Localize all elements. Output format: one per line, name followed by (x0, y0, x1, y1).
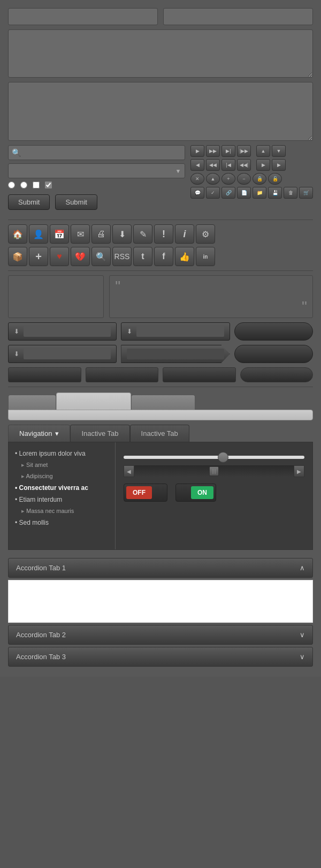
nav-right3-btn[interactable]: ▶ (256, 159, 270, 171)
trash-btn[interactable]: 🗑 (284, 187, 297, 199)
nav-tab-inactive-1[interactable]: Inactive Tab (70, 425, 129, 442)
accordion-tab-1[interactable]: Accordion Tab 1 ∧ (8, 558, 313, 578)
accordion-tab-2[interactable]: Accordion Tab 2 ∨ (8, 625, 313, 645)
add-circle-btn[interactable]: + (221, 173, 235, 185)
info-icon-btn[interactable]: i (175, 224, 194, 244)
cart-btn[interactable]: 🛒 (299, 187, 313, 199)
alert-icon-btn[interactable]: ! (154, 224, 173, 244)
flat-btn-1[interactable] (8, 367, 81, 382)
facebook-icon-btn[interactable]: f (154, 247, 173, 266)
unlock-circle-btn[interactable]: 🔓 (268, 173, 282, 185)
tab-folder-1[interactable] (8, 395, 56, 410)
nav-tab-inactive-2[interactable]: Inactive Tab (130, 425, 189, 442)
up-circle-btn[interactable]: ▲ (206, 173, 220, 185)
archive-icon-btn[interactable]: 📦 (8, 247, 27, 266)
nav-double-left2-btn[interactable]: ◀◀| (237, 159, 251, 171)
tab-folder-3[interactable] (131, 395, 195, 410)
submit-row: Submit Submit (8, 194, 185, 210)
textarea-2[interactable] (8, 82, 313, 141)
nav-double-left-btn[interactable]: ◀◀ (206, 159, 220, 171)
flat-btn-3[interactable] (163, 367, 236, 382)
print-icon-btn[interactable]: 🖨 (91, 224, 111, 244)
nav-left-btn[interactable]: ◀ (190, 159, 204, 171)
edit-icon-btn[interactable]: ✎ (133, 224, 152, 244)
nav-double-right2-btn[interactable]: |▶▶ (237, 145, 251, 157)
pill-btn-2[interactable] (234, 345, 313, 363)
nav-menu-item-6[interactable]: Massa nec mauris (9, 505, 115, 517)
accordion-tab-3[interactable]: Accordion Tab 3 ∨ (8, 647, 313, 667)
text-input-1[interactable] (8, 8, 158, 25)
slider-inner-track[interactable]: ||| (134, 465, 294, 477)
calendar-icon-btn[interactable]: 📅 (50, 224, 69, 244)
slider-thumb-1[interactable] (218, 452, 228, 463)
nav-right4-btn[interactable]: ▶ (272, 159, 286, 171)
pill-btn-1[interactable] (234, 322, 313, 341)
dropdown-select[interactable] (8, 163, 185, 178)
nav-up-btn[interactable]: ▲ (256, 145, 270, 157)
check-btn[interactable]: ✓ (206, 187, 220, 199)
nav-menu-item-7[interactable]: Sed mollis (9, 517, 115, 529)
checkbox-2[interactable] (45, 182, 52, 190)
toggle-on-switch[interactable]: ON (175, 484, 216, 502)
mail-icon-btn[interactable]: ✉ (71, 224, 90, 244)
text-input-2[interactable] (163, 8, 313, 25)
lock-circle-btn[interactable]: 🔒 (253, 173, 266, 185)
radio-input-2[interactable] (20, 182, 27, 188)
radio-2[interactable] (20, 182, 27, 190)
save-btn[interactable]: 💾 (268, 187, 282, 199)
checkbox-1[interactable] (33, 182, 40, 190)
checkbox-input-2[interactable] (45, 182, 52, 188)
checkbox-input-1[interactable] (33, 182, 40, 188)
slider-track-1[interactable] (124, 456, 304, 459)
brokenheart-icon-btn[interactable]: 💔 (71, 247, 90, 266)
nav-menu-item-5[interactable]: Etiam interdum (9, 494, 115, 505)
user-icon-btn[interactable]: 👤 (29, 224, 48, 244)
toggle-off-switch[interactable]: OFF (124, 484, 167, 502)
slider-left-arrow[interactable]: ◀ (124, 465, 134, 477)
submit-button-1[interactable]: Submit (8, 194, 50, 210)
nav-tab-navigation[interactable]: Navigation ▾ (8, 425, 70, 442)
chevron-btn[interactable] (121, 345, 230, 363)
nav-menu-item-3[interactable]: Adipiscing (9, 471, 115, 482)
submit-button-2[interactable]: Submit (55, 194, 97, 210)
heart-icon-btn[interactable]: ♥ (50, 247, 69, 266)
controls-main: 🔍 ▼ (8, 145, 313, 215)
file-btn[interactable]: 📄 (237, 187, 251, 199)
nav-menu-list: Lorem ipsum dolor viva Sit amet Adipisci… (9, 448, 115, 529)
comment-btn[interactable]: 💬 (190, 187, 204, 199)
nav-left2-btn[interactable]: |◀ (221, 159, 235, 171)
linkedin-icon-btn[interactable]: in (196, 247, 215, 266)
nav-menu-item-1[interactable]: Lorem ipsum dolor viva (9, 448, 115, 459)
arrow-down-btn-1[interactable]: ⬇ (8, 322, 117, 341)
search-input[interactable] (23, 149, 181, 156)
radio-1[interactable] (8, 182, 15, 190)
slider-inner-thumb[interactable]: ||| (209, 466, 219, 476)
arrow-down-btn-2[interactable]: ⬇ (121, 322, 230, 341)
nav-down-btn[interactable]: ▼ (272, 145, 286, 157)
plus-icon-btn[interactable]: + (29, 247, 48, 266)
minus-circle-btn[interactable]: − (237, 173, 251, 185)
link-btn[interactable]: 🔗 (221, 187, 235, 199)
flat-pill-btn[interactable] (240, 367, 314, 382)
nav-right2-btn[interactable]: ▶| (221, 145, 235, 157)
twitter-icon-btn[interactable]: t (133, 247, 152, 266)
textarea-1[interactable] (8, 29, 313, 78)
folder-btn[interactable]: 📁 (253, 187, 266, 199)
tab-folder-2[interactable] (56, 393, 131, 410)
nav-right-btn[interactable]: ▶ (190, 145, 204, 157)
arrow-down-btn-3[interactable]: ⬇ (8, 345, 117, 363)
thumbsup-icon-btn[interactable]: 👍 (175, 247, 194, 266)
search-box[interactable]: 🔍 (8, 145, 185, 160)
settings-icon-btn[interactable]: ⚙ (196, 224, 215, 244)
slider-right-arrow[interactable]: ▶ (294, 465, 304, 477)
nav-menu-item-2[interactable]: Sit amet (9, 459, 115, 471)
download-icon-btn[interactable]: ⬇ (112, 224, 132, 244)
nav-double-right-btn[interactable]: ▶▶ (206, 145, 220, 157)
search2-icon-btn[interactable]: 🔍 (91, 247, 111, 266)
cancel-circle-btn[interactable]: ✕ (190, 173, 204, 185)
home-icon-btn[interactable]: 🏠 (8, 224, 27, 244)
radio-input-1[interactable] (8, 182, 15, 188)
flat-btn-2[interactable] (86, 367, 159, 382)
rss-icon-btn[interactable]: RSS (112, 247, 132, 266)
nav-menu-item-4[interactable]: Consectetur viverra ac (9, 482, 115, 494)
